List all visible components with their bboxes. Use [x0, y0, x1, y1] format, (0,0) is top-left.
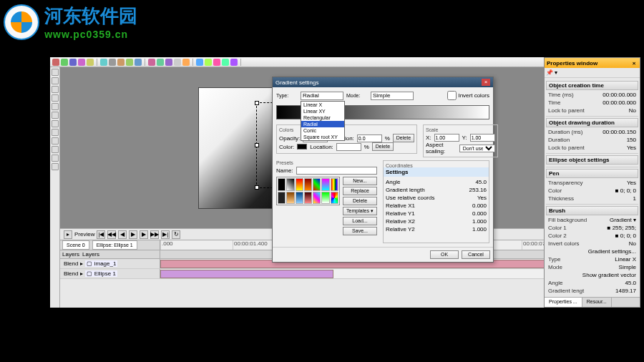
- preset-swatch[interactable]: [278, 192, 286, 205]
- preset-swatch[interactable]: [286, 178, 294, 191]
- delete-stop-button[interactable]: Delete: [393, 134, 414, 142]
- prop-row[interactable]: Show gradient vector: [546, 271, 638, 279]
- prop-row[interactable]: Gradient settings...: [546, 248, 638, 255]
- preset-swatch[interactable]: [278, 178, 286, 191]
- mode-select[interactable]: Simple: [371, 92, 414, 100]
- prop-row[interactable]: TransparencyYes: [546, 179, 638, 187]
- preset-swatch[interactable]: [331, 178, 338, 191]
- toolbar-button-5[interactable]: [100, 59, 107, 66]
- preset-button[interactable]: Delete: [343, 197, 377, 205]
- toolbar-button-7[interactable]: [117, 59, 125, 66]
- tool-6[interactable]: [52, 120, 59, 127]
- prop-section-header[interactable]: Pen: [546, 169, 638, 178]
- preset-button[interactable]: Save...: [343, 227, 377, 235]
- dropdown-item[interactable]: Linear X: [301, 102, 344, 108]
- toolbar-button-4[interactable]: [87, 59, 94, 66]
- preset-swatch[interactable]: [321, 178, 329, 191]
- toolbar-button-0[interactable]: [52, 59, 59, 66]
- preset-button[interactable]: Templates ▾: [343, 207, 377, 215]
- coord-row[interactable]: Gradient length253.16: [386, 186, 487, 194]
- prop-row[interactable]: Color 1■ 255; 255;: [546, 224, 638, 232]
- prop-section-header[interactable]: Object drawing duration: [546, 118, 638, 127]
- tool-5[interactable]: [52, 112, 59, 119]
- timeline-clip[interactable]: [160, 270, 333, 278]
- preset-swatch[interactable]: [296, 178, 303, 191]
- prop-row[interactable]: TypeLinear X: [546, 255, 638, 263]
- tool-1[interactable]: [52, 77, 59, 84]
- step-back-icon[interactable]: ◀: [118, 230, 127, 239]
- preset-button[interactable]: Replace: [343, 187, 377, 195]
- preset-swatch[interactable]: [296, 192, 303, 205]
- toolbar-button-11[interactable]: [157, 59, 164, 66]
- prop-section-header[interactable]: Brush: [546, 206, 638, 215]
- toolbar-button-19[interactable]: [230, 59, 238, 66]
- ok-button[interactable]: OK: [430, 250, 459, 259]
- aspect-select[interactable]: Don't use: [459, 145, 495, 152]
- dropdown-item[interactable]: Rectangular: [301, 114, 344, 121]
- toolbar-button-8[interactable]: [126, 59, 133, 66]
- prop-section-header[interactable]: Ellipse object settings: [546, 155, 638, 165]
- dropdown-item[interactable]: Square root XY: [301, 134, 344, 140]
- tool-0[interactable]: [52, 69, 59, 76]
- prop-row[interactable]: Color■ 0; 0; 0: [546, 187, 638, 195]
- properties-titlebar[interactable]: Properties window ×: [545, 58, 640, 68]
- timeline-row[interactable]: Blend▸▢ Ellipse 1: [60, 269, 594, 279]
- invert-checkbox[interactable]: Invert colors: [447, 91, 489, 100]
- dialog-close-icon[interactable]: ×: [482, 79, 490, 86]
- collapse-icon[interactable]: ▸: [64, 230, 72, 239]
- prop-row[interactable]: Thickness1: [546, 195, 638, 202]
- tab-properties[interactable]: Properties ...: [545, 298, 582, 307]
- tool-7[interactable]: [52, 129, 59, 136]
- prop-row[interactable]: Time (ms)00:00:00.000: [546, 91, 638, 99]
- step-fwd-icon[interactable]: ▶: [140, 230, 148, 239]
- coord-row[interactable]: Relative Y10.000: [386, 210, 487, 217]
- play-icon[interactable]: ▶: [129, 230, 137, 239]
- coord-row[interactable]: Use relative coordsYes: [386, 194, 487, 202]
- preset-swatch[interactable]: [286, 192, 294, 205]
- handle-mid-left[interactable]: [255, 143, 259, 147]
- toolbar-button-3[interactable]: [78, 59, 85, 66]
- dialog-titlebar[interactable]: Gradient settings ×: [273, 77, 493, 87]
- location-input[interactable]: [357, 134, 382, 142]
- tab-resources[interactable]: Resour...: [582, 298, 612, 307]
- color-swatch[interactable]: [297, 144, 307, 150]
- coord-row[interactable]: Relative Y21.000: [386, 225, 487, 233]
- preset-button[interactable]: Load...: [343, 217, 377, 225]
- tool-2[interactable]: [52, 86, 59, 93]
- rewind-start-icon[interactable]: |◀: [97, 230, 105, 239]
- preset-swatch[interactable]: [313, 192, 321, 205]
- ffwd-icon[interactable]: ▶▶: [150, 230, 159, 239]
- prop-row[interactable]: Time00:00:00.000: [546, 99, 638, 107]
- cancel-button[interactable]: Cancel: [462, 250, 490, 259]
- prop-row[interactable]: Gradient lengt1489.17: [546, 287, 638, 295]
- toolbar-button-15[interactable]: [196, 59, 203, 66]
- prop-row[interactable]: Duration150: [546, 136, 638, 144]
- type-select[interactable]: Radial Linear XLinear XYRectangularRadia…: [301, 92, 343, 100]
- prop-row[interactable]: Lock to parentYes: [546, 144, 638, 152]
- toolbar-button-1[interactable]: [61, 59, 68, 66]
- tool-11[interactable]: [52, 163, 59, 170]
- preset-swatch[interactable]: [321, 192, 329, 205]
- toolbar-button-2[interactable]: [69, 59, 77, 66]
- object-tab[interactable]: Ellipse: Ellipse 1: [92, 240, 137, 250]
- preset-name-input[interactable]: [296, 167, 377, 175]
- tool-9[interactable]: [52, 146, 59, 153]
- coord-row[interactable]: Angle45.0: [386, 178, 487, 186]
- toolbar-button-12[interactable]: [165, 59, 172, 66]
- coord-row[interactable]: Relative X10.000: [386, 202, 487, 210]
- preset-swatch[interactable]: [304, 192, 312, 205]
- dropdown-item[interactable]: Linear XY: [301, 108, 344, 114]
- prop-row[interactable]: ModeSimple: [546, 263, 638, 271]
- dropdown-item[interactable]: Conic: [301, 127, 344, 134]
- toolbar-button-6[interactable]: [109, 59, 116, 66]
- prop-row[interactable]: Invert colorsNo: [546, 240, 638, 248]
- coord-row[interactable]: Relative X21.000: [386, 217, 487, 225]
- scale-x-input[interactable]: [434, 134, 459, 142]
- loop-icon[interactable]: ↻: [172, 230, 180, 239]
- close-icon[interactable]: ×: [630, 60, 638, 67]
- toolbar-button-9[interactable]: [135, 59, 142, 66]
- prop-row[interactable]: Angle45.0: [546, 279, 638, 287]
- collapse-icon[interactable]: ▾: [555, 69, 557, 76]
- tool-10[interactable]: [52, 155, 59, 162]
- location-input2[interactable]: [336, 143, 361, 151]
